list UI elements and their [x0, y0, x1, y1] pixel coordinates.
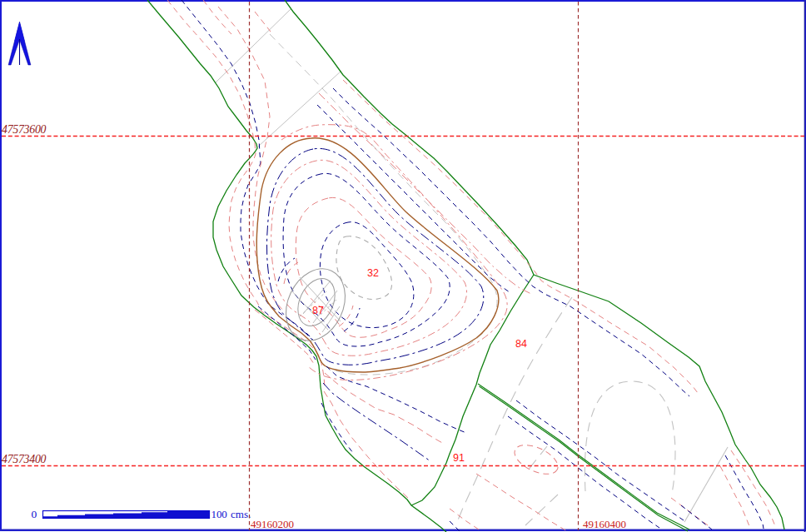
- svg-text:0: 0: [32, 508, 37, 520]
- svg-text:49160400: 49160400: [583, 518, 626, 530]
- svg-text:84: 84: [515, 338, 527, 350]
- svg-text:87: 87: [312, 305, 324, 316]
- svg-text:100: 100: [211, 508, 227, 520]
- svg-text:49160200: 49160200: [251, 518, 294, 530]
- svg-text:cms.: cms.: [231, 508, 251, 520]
- svg-text:91: 91: [453, 452, 465, 464]
- svg-text:32: 32: [367, 267, 379, 279]
- svg-text:47573600: 47573600: [2, 123, 47, 136]
- svg-text:47573400: 47573400: [2, 453, 47, 465]
